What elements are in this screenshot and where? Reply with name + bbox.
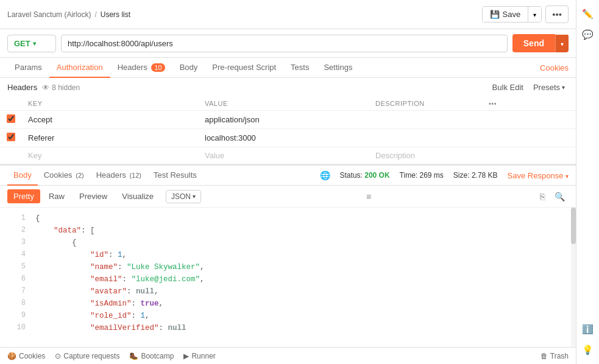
method-chevron-icon: ▾ xyxy=(33,40,36,47)
col-value: VALUE xyxy=(199,97,369,111)
url-input[interactable] xyxy=(61,35,508,52)
save-dropdown-button[interactable]: ▾ xyxy=(528,7,541,22)
resp-headers-badge: (12) xyxy=(129,172,141,179)
bottom-bar-capture[interactable]: ⊙ Capture requests xyxy=(55,352,119,360)
resp-tab-headers[interactable]: Headers (12) xyxy=(90,166,147,186)
url-bar: GET ▾ Send ▾ xyxy=(0,29,576,58)
sidebar-icon-edit[interactable]: ✏️ xyxy=(578,5,597,23)
bottom-bar-bootcamp[interactable]: 🥾 Bootcamp xyxy=(129,352,174,360)
header-placeholder-key[interactable]: Key xyxy=(22,147,199,164)
response-section: Body Cookies (2) Headers (12) Test Resul… xyxy=(0,165,576,347)
headers-table: KEY VALUE DESCRIPTION ••• Accept applica… xyxy=(0,97,576,164)
code-line-10: 10 "emailVerified": null xyxy=(0,322,576,334)
code-line-3: 3 { xyxy=(0,237,576,249)
header-key-referer[interactable]: Referer xyxy=(22,129,199,147)
table-more-icon[interactable]: ••• xyxy=(485,99,500,108)
fmt-tab-preview[interactable]: Preview xyxy=(73,189,113,203)
trash-button[interactable]: 🗑 Trash xyxy=(541,352,569,360)
status-value: 200 OK xyxy=(364,171,389,180)
format-chevron-icon: ▾ xyxy=(193,193,196,200)
header-placeholder-row: Key Value Description xyxy=(0,147,576,164)
resp-tab-test-results[interactable]: Test Results xyxy=(147,166,203,186)
resp-tab-body[interactable]: Body xyxy=(7,166,38,186)
globe-icon: 🌐 xyxy=(320,170,330,180)
code-line-9: 9 "role_id": 1, xyxy=(0,310,576,322)
resp-tab-cookies[interactable]: Cookies (2) xyxy=(38,166,90,186)
more-options-button[interactable]: ••• xyxy=(545,5,569,23)
scrollbar-thumb[interactable] xyxy=(571,208,576,244)
sidebar-icon-comment[interactable]: 💬 xyxy=(578,26,597,44)
breadcrumb: Laravel Sanctum (Airlock) / Users list xyxy=(7,10,477,19)
bulk-edit-button[interactable]: Bulk Edit xyxy=(489,82,527,93)
code-line-7: 7 "avatar": null, xyxy=(0,285,576,298)
col-description: DESCRIPTION xyxy=(369,97,479,111)
sidebar-icon-bulb[interactable]: 💡 xyxy=(578,341,597,359)
code-line-4: 4 "id": 1, xyxy=(0,249,576,261)
header-value-referer[interactable]: localhost:3000 xyxy=(199,129,369,147)
header-value-accept[interactable]: application/json xyxy=(199,111,369,129)
format-bar: Pretty Raw Preview Visualize JSON ▾ ≡ ⎘ … xyxy=(0,186,576,208)
code-area[interactable]: 1 { 2 "data": [ 3 { 4 "id": 1, 5 "na xyxy=(0,208,576,347)
tab-params[interactable]: Params xyxy=(7,58,49,78)
response-tabs-bar: Body Cookies (2) Headers (12) Test Resul… xyxy=(0,166,576,186)
bottom-bar-runner[interactable]: ▶ Runner xyxy=(183,352,215,360)
header-placeholder-desc[interactable]: Description xyxy=(369,147,479,164)
save-button[interactable]: 💾 Save xyxy=(483,7,528,22)
table-row: Referer localhost:3000 xyxy=(0,129,576,147)
filter-icon-button[interactable]: ≡ xyxy=(363,190,375,203)
row-checkbox-accept[interactable] xyxy=(7,114,15,123)
size-info: Size: 2.78 KB xyxy=(453,171,498,180)
col-key: KEY xyxy=(22,97,199,111)
header-placeholder-value[interactable]: Value xyxy=(199,147,369,164)
send-button[interactable]: Send xyxy=(512,34,555,52)
resp-cookies-badge: (2) xyxy=(76,172,83,179)
col-more: ••• xyxy=(479,97,576,111)
bottom-bar: 🍪 Cookies ⊙ Capture requests 🥾 Bootcamp … xyxy=(0,347,576,364)
row-checkbox-referer[interactable] xyxy=(7,133,15,141)
presets-chevron-icon: ▾ xyxy=(562,84,565,91)
format-select[interactable]: JSON ▾ xyxy=(166,190,201,203)
header-desc-accept xyxy=(369,111,479,129)
send-dropdown-button[interactable]: ▾ xyxy=(555,35,569,52)
size-value: 2.78 KB xyxy=(472,171,498,180)
top-bar: Laravel Sanctum (Airlock) / Users list 💾… xyxy=(0,0,576,29)
breadcrumb-separator: / xyxy=(94,10,96,19)
runner-icon: ▶ xyxy=(183,352,189,360)
cookies-link[interactable]: Cookies xyxy=(540,63,569,72)
hidden-headers-badge: 👁 8 hidden xyxy=(42,83,80,92)
col-checkbox xyxy=(0,97,22,111)
tab-tests[interactable]: Tests xyxy=(283,58,316,78)
tab-settings[interactable]: Settings xyxy=(316,58,360,78)
header-key-accept[interactable]: Accept xyxy=(22,111,199,129)
send-button-group: Send ▾ xyxy=(512,34,569,52)
fmt-tab-visualize[interactable]: Visualize xyxy=(116,189,160,203)
copy-icon-button[interactable]: ⎘ xyxy=(536,190,548,203)
request-tabs: Params Authorization Headers 10 Body Pre… xyxy=(0,58,576,78)
trash-icon: 🗑 xyxy=(541,352,548,360)
save-resp-chevron-icon: ▾ xyxy=(565,173,569,180)
tab-authorization[interactable]: Authorization xyxy=(49,58,110,78)
tab-headers[interactable]: Headers 10 xyxy=(110,58,172,78)
tab-prerequest[interactable]: Pre-request Script xyxy=(205,58,283,78)
bottom-bar-cookies[interactable]: 🍪 Cookies xyxy=(7,352,45,360)
method-select[interactable]: GET ▾ xyxy=(7,35,56,52)
save-response-button[interactable]: Save Response ▾ xyxy=(508,171,569,180)
time-info: Time: 269 ms xyxy=(400,171,444,180)
breadcrumb-current: Users list xyxy=(101,10,130,19)
time-value: 269 ms xyxy=(420,171,444,180)
headers-badge: 10 xyxy=(151,63,165,72)
code-line-1: 1 { xyxy=(0,212,576,225)
tab-body[interactable]: Body xyxy=(172,58,205,78)
presets-button[interactable]: Presets ▾ xyxy=(530,82,569,93)
method-label: GET xyxy=(14,39,30,48)
fmt-tab-raw[interactable]: Raw xyxy=(43,189,71,203)
search-icon-button[interactable]: 🔍 xyxy=(551,190,569,203)
breadcrumb-parent[interactable]: Laravel Sanctum (Airlock) xyxy=(7,10,91,19)
sidebar-icon-info[interactable]: ℹ️ xyxy=(578,320,597,338)
eye-icon: 👁 xyxy=(42,83,49,92)
fmt-tab-pretty[interactable]: Pretty xyxy=(7,189,40,203)
status-label: Status: 200 OK xyxy=(340,171,390,180)
code-line-6: 6 "email": "luke@jedi.com", xyxy=(0,273,576,285)
capture-icon: ⊙ xyxy=(55,352,61,360)
top-bar-actions: 💾 Save ▾ ••• xyxy=(482,5,569,23)
